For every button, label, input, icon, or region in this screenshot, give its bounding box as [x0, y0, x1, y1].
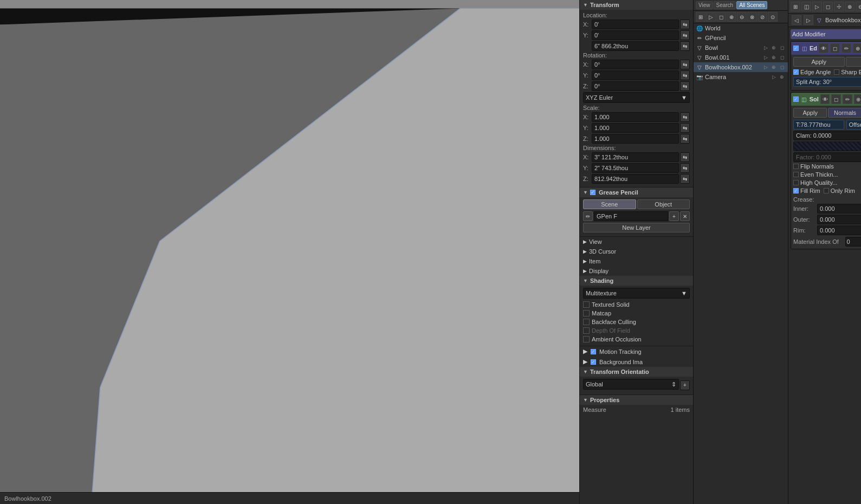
bowlhookbox-vis-1[interactable]: ▷ [762, 63, 769, 71]
orientation-add-btn[interactable]: + [680, 380, 690, 390]
background-image-row[interactable]: ▶ ✓ Background Ima [580, 357, 693, 367]
split-angle-value[interactable]: Split Ang: 30° [793, 77, 861, 87]
inner-crease-value[interactable]: 0.000 [817, 204, 861, 214]
matcap-checkbox[interactable] [583, 310, 590, 316]
scale-y-btn[interactable]: ⇆ [680, 123, 690, 133]
loc-x-value[interactable]: 0' [592, 20, 679, 29]
ambient-occlusion-checkbox[interactable] [583, 336, 590, 343]
outer-crease-value[interactable]: 0.000 [817, 215, 861, 224]
motion-tracking-row[interactable]: ▶ ✓ Motion Tracking [580, 346, 693, 357]
outliner-tool-8[interactable]: ⊙ [768, 12, 778, 22]
scale-x-btn[interactable]: ⇆ [680, 112, 690, 122]
bowl-vis-1[interactable]: ▷ [762, 44, 769, 51]
solidify-enable-checkbox[interactable]: ✓ [793, 96, 799, 102]
outliner-item-bowl[interactable]: ▽ Bowl ▷ ⊕ ◻ [694, 43, 788, 53]
rot-z-btn[interactable]: ⇆ [680, 81, 690, 91]
shading-mode-dropdown[interactable]: Multitexture ▼ [583, 288, 690, 299]
outliner-tool-3[interactable]: ◻ [716, 12, 726, 22]
motion-tracking-checkbox[interactable]: ✓ [591, 349, 596, 354]
bowlhookbox-vis-3[interactable]: ◻ [778, 63, 786, 71]
bg-image-checkbox[interactable]: ✓ [591, 359, 596, 365]
rot-x-btn[interactable]: ⇆ [680, 60, 690, 69]
camera-vis-1[interactable]: ▷ [770, 73, 778, 81]
solidify-render-icon[interactable]: ◻ [831, 94, 841, 104]
bowl001-vis-1[interactable]: ▷ [762, 54, 769, 61]
edge-angle-checkbox[interactable]: ✓ [793, 69, 799, 75]
high-quality-checkbox[interactable] [793, 180, 799, 185]
loc-y-value[interactable]: 0' [592, 30, 679, 40]
mod-toolbar-4[interactable]: ◻ [823, 2, 833, 11]
outliner-tool-4[interactable]: ⊕ [727, 12, 736, 22]
gp-remove-icon[interactable]: ✕ [680, 211, 690, 221]
outliner-item-camera[interactable]: 📷 Camera ▷ ⊕ [694, 72, 788, 82]
rotation-mode-dropdown[interactable]: XYZ Euler ▼ [583, 92, 690, 103]
outliner-item-gpencil[interactable]: ✏ GPencil [694, 33, 788, 43]
edge-split-enable-checkbox[interactable]: ✓ [793, 46, 799, 51]
view-nav-tab[interactable]: View [696, 1, 713, 9]
loc-x-btn[interactable]: ⇆ [680, 20, 690, 29]
only-rim-checkbox[interactable] [824, 188, 829, 193]
all-scenes-nav-tab[interactable]: All Scenes [736, 1, 767, 9]
mod-toolbar-6[interactable]: ⊕ [845, 2, 854, 11]
edge-split-view-icon[interactable]: 👁 [819, 43, 828, 53]
transform-header[interactable]: ▼ Transform [580, 0, 693, 10]
outliner-tool-1[interactable]: ⊞ [696, 12, 705, 22]
properties-header[interactable]: ▼ Properties [580, 395, 693, 405]
rot-z-value[interactable]: 0° [592, 81, 679, 91]
mod-toolbar-1[interactable]: ⊞ [791, 2, 800, 11]
dim-y-btn[interactable]: ⇆ [680, 163, 690, 173]
scale-z-btn[interactable]: ⇆ [680, 134, 690, 144]
loc-extra-value[interactable]: 6" 866.2thou [592, 41, 679, 51]
outliner-item-bowlhookbox002[interactable]: ▽ Bowlhookbox.002 ▷ ⊕ ◻ [694, 62, 788, 72]
transform-orientation-header[interactable]: ▼ Transform Orientatio [580, 367, 693, 377]
even-thickness-checkbox[interactable] [793, 172, 799, 177]
solidify-cage-icon[interactable]: ⊕ [854, 94, 861, 104]
orientation-dropdown[interactable]: Global ⇕ [583, 379, 679, 390]
outliner-tool-2[interactable]: ▷ [706, 12, 716, 22]
depth-of-field-checkbox[interactable] [583, 327, 590, 334]
mod-toolbar-3[interactable]: ▷ [812, 2, 822, 11]
display-row[interactable]: ▶ Display [580, 266, 693, 276]
outliner-item-bowl001[interactable]: ▽ Bowl.001 ▷ ⊕ ◻ [694, 53, 788, 62]
scale-y-value[interactable]: 1.000 [592, 123, 679, 133]
flip-normals-checkbox[interactable] [793, 164, 799, 169]
shading-header[interactable]: ▼ Shading [580, 276, 693, 286]
gp-pencil-icon[interactable]: ✏ [583, 211, 593, 221]
search-nav-tab[interactable]: Search [714, 1, 736, 9]
backface-culling-checkbox[interactable] [583, 319, 590, 325]
mod-toolbar-7[interactable]: ⊖ [856, 2, 861, 11]
item-row[interactable]: ▶ Item [580, 256, 693, 266]
mod-obj-icon-right[interactable]: ▷ [804, 15, 813, 25]
add-modifier-btn[interactable]: Add Modifier ▼ [791, 29, 861, 39]
fill-rim-checkbox[interactable]: ✓ [793, 188, 799, 193]
expand-value[interactable] [793, 141, 861, 151]
solidify-view-icon[interactable]: 👁 [820, 94, 830, 104]
factor-value[interactable]: Factor: 0.000 [793, 152, 861, 162]
cursor-row[interactable]: ▶ 3D Cursor [580, 247, 693, 256]
dim-x-value[interactable]: 3" 121.2thou [592, 152, 679, 162]
outliner-tool-5[interactable]: ⊖ [737, 12, 747, 22]
edge-split-edit-icon[interactable]: ✏ [841, 43, 851, 53]
rot-y-btn[interactable]: ⇆ [680, 70, 690, 80]
camera-vis-2[interactable]: ⊕ [778, 73, 786, 81]
dim-y-value[interactable]: 2" 743.5thou [592, 163, 679, 173]
gp-add-icon[interactable]: + [669, 211, 679, 221]
sharp-edges-checkbox[interactable] [834, 69, 839, 75]
mat-index-value[interactable]: 0 [845, 237, 861, 247]
bowl001-vis-2[interactable]: ⊕ [770, 54, 778, 61]
dim-x-btn[interactable]: ⇆ [680, 152, 690, 162]
scale-x-value[interactable]: 1.000 [592, 112, 679, 122]
mod-obj-icon-left[interactable]: ◁ [792, 15, 801, 25]
dim-z-value[interactable]: 812.942thou [592, 174, 679, 184]
outliner-item-world[interactable]: 🌐 World [694, 23, 788, 33]
offset-value[interactable]: Offse: -1.0000 [846, 120, 862, 130]
loc-extra-btn[interactable]: ⇆ [680, 41, 690, 51]
mod-toolbar-2[interactable]: ◫ [801, 2, 811, 11]
solidify-edit-icon[interactable]: ✏ [843, 94, 852, 104]
bowl-vis-3[interactable]: ◻ [778, 44, 786, 51]
bowl-vis-2[interactable]: ⊕ [770, 44, 778, 51]
thickness-value[interactable]: T:78.777thou [793, 120, 844, 130]
solidify-normals-btn[interactable]: Normals [828, 108, 861, 118]
outliner-tool-6[interactable]: ⊗ [747, 12, 757, 22]
edge-split-render-icon[interactable]: ◻ [830, 43, 840, 53]
